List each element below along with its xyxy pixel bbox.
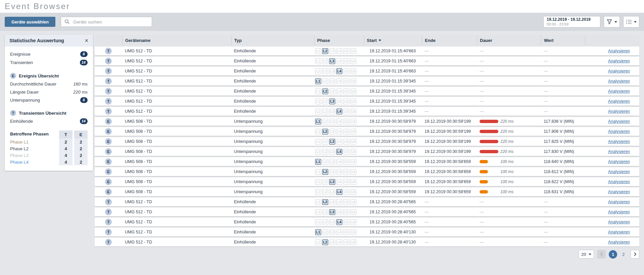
phase-box-l3: L3 <box>329 99 335 104</box>
previous-page-button[interactable] <box>597 250 606 259</box>
phase-box-l4: L4 <box>336 89 342 94</box>
phase-box-l3: L3 <box>329 89 335 94</box>
phase-box-l5: L5 <box>343 48 349 54</box>
phase-box-l5: L5 <box>343 219 349 225</box>
column-header-0[interactable] <box>95 35 122 45</box>
end-time-cell: --- <box>422 69 477 73</box>
analyze-link[interactable]: Analysieren <box>608 89 630 94</box>
table-row: T UMG 512 - TD Einhüllende L1L2L3L4L5L6 … <box>95 57 639 65</box>
analyze-link[interactable]: Analysieren <box>608 210 630 214</box>
analyze-link[interactable]: Analysieren <box>608 59 630 63</box>
value-cell: 118.622 V (MIN) <box>541 179 585 184</box>
table-row: T UMG 512 - TD Einhüllende L1L2L3L4L5L6 … <box>95 218 639 226</box>
phase-box-l2: L2 <box>322 109 328 114</box>
column-header-ende[interactable]: Ende <box>422 35 477 45</box>
column-header-8[interactable] <box>585 35 639 45</box>
phase-e-count: 2 <box>74 145 88 152</box>
phase-box-l5: L5 <box>343 179 349 185</box>
page-size-select[interactable]: 20 <box>579 250 594 259</box>
phase-box-l4: L4 <box>336 219 342 225</box>
phase-box-l6: L6 <box>350 89 356 94</box>
phase-box-l2: L2 <box>322 199 328 205</box>
analyze-link[interactable]: Analysieren <box>608 230 630 234</box>
duration-value: 100 ms <box>500 179 513 184</box>
table-row: E UMG 508 - TD Unterspannung L1L2L3L4L5L… <box>95 117 639 126</box>
duration-cell: --- <box>477 99 541 104</box>
page-button-1[interactable]: 1 <box>609 250 617 259</box>
phase-box-l5: L5 <box>343 169 349 175</box>
next-page-button[interactable] <box>631 250 639 259</box>
duration-cell: --- <box>477 230 541 234</box>
start-time-cell: 19.12.2019 01:15:40'663 <box>364 59 422 63</box>
start-time-cell: 19.12.2019 01:15:39'345 <box>364 79 422 84</box>
duration-bar <box>480 140 498 143</box>
analyze-link[interactable]: Analysieren <box>608 99 630 104</box>
phase-indicators: L1L2L3L4L5L6 <box>314 109 364 114</box>
page-button-2[interactable]: 2 <box>619 250 628 259</box>
end-time-cell: --- <box>422 79 477 84</box>
analyze-link[interactable]: Analysieren <box>608 179 630 184</box>
duration-cell: --- <box>477 109 541 114</box>
start-time-cell: 19.12.2019 01:15:40'663 <box>364 69 422 73</box>
phase-box-l4: L4 <box>336 239 342 245</box>
analyze-link[interactable]: Analysieren <box>608 79 630 84</box>
duration-bar <box>480 120 498 123</box>
device-name-cell: UMG 512 - TD <box>122 69 231 73</box>
search-input[interactable] <box>72 19 148 25</box>
chevron-down-icon <box>634 21 637 23</box>
statistic-value: 14 <box>80 118 88 124</box>
phase-indicators: L1L2L3L4L5L6 <box>314 159 364 165</box>
column-header-wert[interactable]: Wert <box>541 35 585 45</box>
value-cell: --- <box>541 89 585 94</box>
phase-box-l1: L1 <box>315 209 321 215</box>
filter-button[interactable] <box>604 16 620 28</box>
toolbar: Geräte auswählen 19.12.2019 - 19.12.2019… <box>0 13 644 31</box>
column-header-phase[interactable]: Phase <box>314 35 364 45</box>
device-name-cell: UMG 512 - TD <box>122 79 231 84</box>
duration-cell: 100 ms <box>477 189 541 194</box>
select-devices-button[interactable]: Geräte auswählen <box>5 17 55 27</box>
analyze-link[interactable]: Analysieren <box>608 129 630 134</box>
phase-box-l1: L1 <box>315 58 321 64</box>
column-header-dauer[interactable]: Dauer <box>477 35 541 45</box>
duration-cell: 220 ms <box>477 139 541 144</box>
column-header-gerätename[interactable]: Gerätename <box>122 35 231 45</box>
device-name-cell: UMG 508 - TD <box>122 119 231 124</box>
sort-descending-icon <box>379 40 381 41</box>
phase-box-l6: L6 <box>350 129 356 134</box>
close-icon[interactable]: × <box>85 38 88 44</box>
analyze-link[interactable]: Analysieren <box>608 200 630 204</box>
statistic-row: Durchschnittliche Dauer 160 ms <box>10 80 88 88</box>
analyze-link[interactable]: Analysieren <box>608 169 630 174</box>
analyze-link[interactable]: Analysieren <box>608 49 630 53</box>
end-time-cell: --- <box>422 49 477 53</box>
analyze-link[interactable]: Analysieren <box>608 109 630 114</box>
duration-cell: 100 ms <box>477 159 541 164</box>
analyze-link[interactable]: Analysieren <box>608 159 630 164</box>
analyze-link[interactable]: Analysieren <box>608 69 630 73</box>
date-range-value: 19.12.2019 - 19.12.2019 <box>547 17 597 22</box>
view-options-button[interactable] <box>623 16 639 28</box>
end-time-cell: 19.12.2019 00:30:59'199 <box>422 139 477 144</box>
device-search[interactable] <box>61 17 152 27</box>
date-range-picker[interactable]: 19.12.2019 - 19.12.2019 00:00 - 23:59 <box>543 16 600 28</box>
column-header-start[interactable]: Start <box>364 35 422 45</box>
table-row: T UMG 512 - TD Einhüllende L1L2L3L4L5L6 … <box>95 238 639 246</box>
column-header-label: Start <box>367 38 377 43</box>
table-row: T UMG 512 - TD Einhüllende L1L2L3L4L5L6 … <box>95 87 639 96</box>
phase-box-l6: L6 <box>350 219 356 225</box>
column-header-label: Phase <box>317 38 330 43</box>
analyze-link[interactable]: Analysieren <box>608 240 630 244</box>
phase-box-l4: L4 <box>336 68 342 74</box>
column-header-typ[interactable]: Typ <box>231 35 314 45</box>
value-cell: --- <box>541 59 585 63</box>
analyze-link[interactable]: Analysieren <box>608 220 630 224</box>
analyze-link[interactable]: Analysieren <box>608 119 630 124</box>
statistic-value: 8 <box>80 97 88 103</box>
phase-box-l3: L3 <box>329 219 335 225</box>
analyze-link[interactable]: Analysieren <box>608 139 630 144</box>
event-type-badge: T <box>105 98 112 105</box>
analyze-link[interactable]: Analysieren <box>608 149 630 154</box>
phase-box-l2: L2 <box>322 89 328 94</box>
analyze-link[interactable]: Analysieren <box>608 189 630 194</box>
